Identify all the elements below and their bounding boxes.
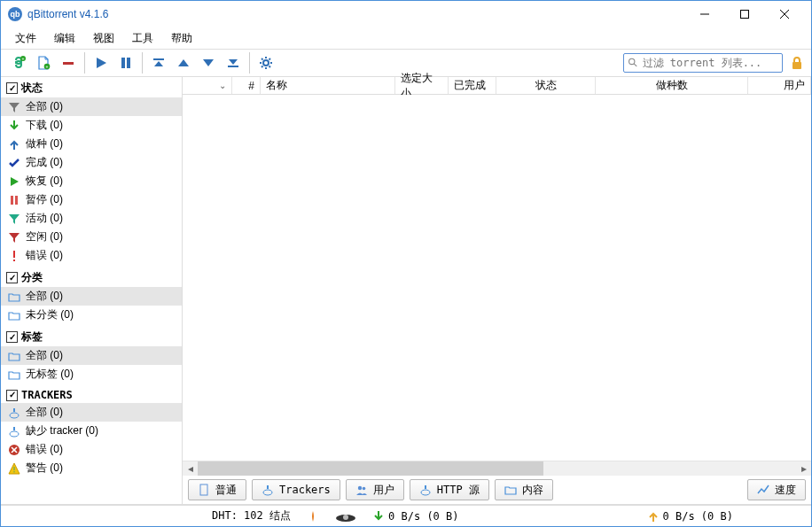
svg-line-26	[269, 58, 271, 60]
trackers-error[interactable]: 错误 (0)	[1, 440, 182, 459]
status-seeding[interactable]: 做种 (0)	[1, 135, 182, 153]
status-all[interactable]: 全部 (0)	[1, 97, 182, 116]
svg-rect-12	[153, 58, 164, 60]
category-label: 分类	[21, 270, 43, 285]
status-firewall-icon[interactable]	[307, 510, 319, 523]
svg-text:+: +	[22, 56, 25, 61]
col-name[interactable]: 名称	[261, 77, 395, 94]
pause-button[interactable]	[113, 50, 138, 75]
svg-rect-38	[13, 408, 15, 412]
col-done[interactable]: 已完成	[449, 77, 496, 94]
move-bottom-button[interactable]	[221, 50, 246, 75]
col-selsize[interactable]: 选定大小	[395, 77, 449, 94]
svg-rect-33	[15, 196, 18, 205]
exclaim-icon	[8, 250, 20, 262]
svg-marker-14	[178, 59, 189, 66]
tab-content[interactable]: 内容	[495, 479, 553, 500]
menu-help[interactable]: 帮助	[164, 29, 199, 48]
svg-point-51	[358, 486, 362, 490]
status-upload[interactable]: 0 B/s (0 B)	[647, 510, 733, 523]
status-downloading[interactable]: 下载 (0)	[1, 116, 182, 135]
svg-point-41	[10, 431, 19, 437]
maximize-button[interactable]	[724, 2, 764, 27]
scroll-right-icon[interactable]: ▸	[796, 461, 811, 476]
col-num-label[interactable]: #	[232, 77, 261, 94]
trackers-all[interactable]: 全部 (0)	[1, 403, 182, 422]
item-label: 暂停 (0)	[26, 192, 63, 207]
svg-point-56	[343, 515, 348, 520]
scroll-left-icon[interactable]: ◂	[183, 461, 198, 476]
svg-point-39	[10, 413, 19, 418]
status-resumed[interactable]: 恢复 (0)	[1, 172, 182, 190]
status-paused[interactable]: 暂停 (0)	[1, 190, 182, 209]
status-label: 状态	[21, 81, 43, 96]
add-link-button[interactable]: +	[6, 50, 31, 75]
minimize-button[interactable]	[684, 2, 724, 27]
close-button[interactable]	[764, 2, 804, 27]
svg-rect-49	[267, 485, 269, 489]
svg-rect-40	[13, 427, 15, 430]
item-label: 下载 (0)	[26, 118, 63, 133]
tab-peers[interactable]: 用户	[346, 479, 404, 500]
menu-tools[interactable]: 工具	[125, 29, 160, 48]
item-label: 全部 (0)	[26, 405, 63, 420]
menubar: 文件 编辑 视图 工具 帮助	[1, 27, 811, 49]
status-errored[interactable]: 错误 (0)	[1, 246, 182, 265]
svg-rect-32	[11, 196, 13, 205]
torrent-panel: # 名称 选定大小 已完成 状态 做种数 用户 ◂ ▸ 普通	[183, 77, 811, 504]
menu-edit[interactable]: 编辑	[47, 29, 82, 48]
move-down-button[interactable]	[196, 50, 221, 75]
tab-general[interactable]: 普通	[188, 479, 246, 500]
sidebar-status-header[interactable]: ✓ 状态	[1, 79, 182, 97]
resume-button[interactable]	[89, 50, 113, 75]
col-status[interactable]: 状态	[496, 77, 596, 94]
search-box[interactable]	[623, 53, 783, 73]
svg-rect-29	[792, 62, 801, 69]
status-download[interactable]: 0 B/s (0 B)	[372, 510, 458, 523]
category-all[interactable]: 全部 (0)	[1, 287, 182, 306]
trackers-trackerless[interactable]: 缺少 tracker (0)	[1, 422, 182, 440]
menu-view[interactable]: 视图	[86, 29, 121, 48]
status-dht[interactable]: DHT: 102 结点	[212, 508, 291, 523]
svg-marker-16	[229, 59, 238, 65]
col-num[interactable]	[183, 77, 232, 94]
status-active[interactable]: 活动 (0)	[1, 209, 182, 228]
item-label: 错误 (0)	[26, 442, 63, 457]
col-users[interactable]: 用户	[748, 77, 811, 94]
scroll-track[interactable]	[198, 461, 796, 476]
item-label: 全部 (0)	[26, 348, 63, 363]
add-file-button[interactable]: +	[31, 50, 56, 75]
move-up-button[interactable]	[171, 50, 196, 75]
status-altspeed-icon[interactable]	[335, 510, 356, 523]
menu-file[interactable]: 文件	[8, 29, 43, 48]
remove-button[interactable]	[56, 50, 81, 75]
tab-speed[interactable]: 速度	[747, 479, 806, 500]
search-input[interactable]	[643, 57, 778, 69]
category-uncategorized[interactable]: 未分类 (0)	[1, 306, 182, 324]
tab-http[interactable]: HTTP 源	[410, 479, 489, 500]
sidebar-category-header[interactable]: ✓ 分类	[1, 268, 182, 287]
folder-icon	[8, 350, 20, 362]
item-label: 无标签 (0)	[26, 367, 74, 382]
tags-all[interactable]: 全部 (0)	[1, 346, 182, 365]
move-top-button[interactable]	[146, 50, 171, 75]
sidebar-trackers-header[interactable]: ✓ TRACKERS	[1, 387, 182, 403]
item-label: 完成 (0)	[26, 155, 63, 170]
toolbar-separator	[249, 52, 250, 74]
lock-icon[interactable]	[788, 54, 806, 72]
trackers-warning[interactable]: 警告 (0)	[1, 459, 182, 477]
tab-trackers[interactable]: Trackers	[252, 479, 340, 500]
status-completed[interactable]: 完成 (0)	[1, 153, 182, 172]
svg-marker-35	[9, 233, 20, 243]
col-seeds[interactable]: 做种数	[596, 77, 748, 94]
up-arrow-icon	[647, 510, 660, 523]
sidebar-tags-header[interactable]: ✓ 标签	[1, 328, 182, 346]
scroll-thumb[interactable]	[198, 461, 543, 476]
tags-untagged[interactable]: 无标签 (0)	[1, 365, 182, 384]
checkbox-icon: ✓	[6, 390, 18, 401]
toolbar-separator	[84, 52, 85, 74]
horizontal-scrollbar[interactable]: ◂ ▸	[183, 461, 811, 476]
status-inactive[interactable]: 空闲 (0)	[1, 228, 182, 246]
settings-button[interactable]	[254, 50, 278, 75]
window-title: qBittorrent v4.1.6	[27, 8, 684, 20]
